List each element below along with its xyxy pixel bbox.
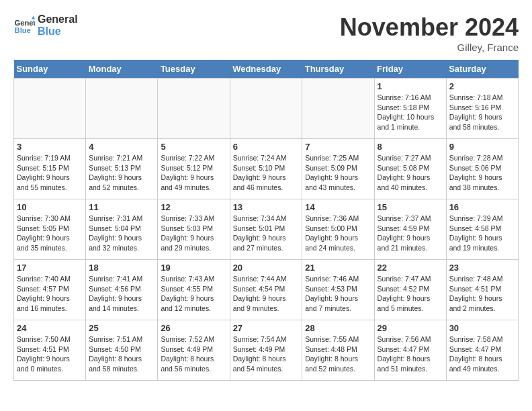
weekday-header-cell: Wednesday	[230, 60, 302, 79]
calendar-day-cell: 16Sunrise: 7:39 AM Sunset: 4:58 PM Dayli…	[446, 199, 518, 260]
day-number: 7	[305, 142, 371, 152]
day-number: 13	[233, 202, 300, 212]
svg-marker-2	[32, 15, 35, 19]
calendar-day-cell: 26Sunrise: 7:52 AM Sunset: 4:49 PM Dayli…	[158, 320, 230, 381]
day-info: Sunrise: 7:27 AM Sunset: 5:08 PM Dayligh…	[378, 153, 443, 193]
calendar-day-cell: 19Sunrise: 7:43 AM Sunset: 4:55 PM Dayli…	[158, 260, 230, 320]
day-info: Sunrise: 7:31 AM Sunset: 5:04 PM Dayligh…	[89, 214, 154, 253]
day-info: Sunrise: 7:24 AM Sunset: 5:10 PM Dayligh…	[233, 153, 300, 193]
location: Gilley, France	[340, 42, 519, 53]
calendar-week-row: 10Sunrise: 7:30 AM Sunset: 5:05 PM Dayli…	[14, 199, 519, 260]
day-info: Sunrise: 7:19 AM Sunset: 5:15 PM Dayligh…	[17, 153, 83, 193]
calendar-day-cell: 9Sunrise: 7:28 AM Sunset: 5:06 PM Daylig…	[446, 139, 518, 199]
day-info: Sunrise: 7:46 AM Sunset: 4:53 PM Dayligh…	[305, 274, 371, 314]
day-number: 5	[161, 142, 226, 152]
day-number: 19	[161, 263, 226, 273]
day-info: Sunrise: 7:56 AM Sunset: 4:47 PM Dayligh…	[378, 334, 443, 374]
day-info: Sunrise: 7:50 AM Sunset: 4:51 PM Dayligh…	[17, 334, 83, 374]
calendar-day-cell	[158, 79, 230, 139]
day-number: 27	[233, 323, 300, 333]
calendar-day-cell: 23Sunrise: 7:48 AM Sunset: 4:51 PM Dayli…	[446, 260, 518, 320]
day-number: 1	[378, 81, 443, 91]
logo-line2: Blue	[38, 26, 78, 38]
day-info: Sunrise: 7:34 AM Sunset: 5:01 PM Dayligh…	[233, 214, 300, 253]
day-info: Sunrise: 7:44 AM Sunset: 4:54 PM Dayligh…	[233, 274, 300, 314]
calendar-day-cell: 7Sunrise: 7:25 AM Sunset: 5:09 PM Daylig…	[302, 139, 374, 199]
calendar-day-cell: 15Sunrise: 7:37 AM Sunset: 4:59 PM Dayli…	[374, 199, 446, 260]
day-info: Sunrise: 7:55 AM Sunset: 4:48 PM Dayligh…	[305, 334, 371, 374]
day-number: 2	[449, 81, 515, 91]
day-info: Sunrise: 7:43 AM Sunset: 4:55 PM Dayligh…	[161, 274, 226, 314]
day-info: Sunrise: 7:48 AM Sunset: 4:51 PM Dayligh…	[449, 274, 515, 314]
calendar-week-row: 17Sunrise: 7:40 AM Sunset: 4:57 PM Dayli…	[14, 260, 519, 320]
day-number: 3	[17, 142, 83, 152]
day-info: Sunrise: 7:25 AM Sunset: 5:09 PM Dayligh…	[305, 153, 371, 193]
calendar-week-row: 1Sunrise: 7:16 AM Sunset: 5:18 PM Daylig…	[14, 79, 519, 139]
day-info: Sunrise: 7:41 AM Sunset: 4:56 PM Dayligh…	[89, 274, 154, 314]
day-info: Sunrise: 7:39 AM Sunset: 4:58 PM Dayligh…	[449, 214, 515, 253]
weekday-header-row: SundayMondayTuesdayWednesdayThursdayFrid…	[14, 60, 519, 79]
calendar-day-cell: 14Sunrise: 7:36 AM Sunset: 5:00 PM Dayli…	[302, 199, 374, 260]
day-info: Sunrise: 7:21 AM Sunset: 5:13 PM Dayligh…	[89, 153, 154, 193]
calendar-day-cell	[302, 79, 374, 139]
calendar-day-cell: 13Sunrise: 7:34 AM Sunset: 5:01 PM Dayli…	[230, 199, 302, 260]
calendar-day-cell: 1Sunrise: 7:16 AM Sunset: 5:18 PM Daylig…	[374, 79, 446, 139]
weekday-header-cell: Friday	[374, 60, 446, 79]
calendar-day-cell: 25Sunrise: 7:51 AM Sunset: 4:50 PM Dayli…	[86, 320, 158, 381]
logo: General Blue General Blue	[13, 13, 78, 37]
calendar-day-cell: 18Sunrise: 7:41 AM Sunset: 4:56 PM Dayli…	[86, 260, 158, 320]
day-info: Sunrise: 7:47 AM Sunset: 4:52 PM Dayligh…	[378, 274, 443, 314]
calendar-day-cell: 5Sunrise: 7:22 AM Sunset: 5:12 PM Daylig…	[158, 139, 230, 199]
month-title: November 2024	[340, 13, 519, 42]
calendar-day-cell: 21Sunrise: 7:46 AM Sunset: 4:53 PM Dayli…	[302, 260, 374, 320]
day-number: 25	[89, 323, 154, 333]
day-number: 18	[89, 263, 154, 273]
day-number: 6	[233, 142, 300, 152]
calendar-table: SundayMondayTuesdayWednesdayThursdayFrid…	[13, 60, 519, 381]
calendar-day-cell: 28Sunrise: 7:55 AM Sunset: 4:48 PM Dayli…	[302, 320, 374, 381]
calendar-day-cell: 8Sunrise: 7:27 AM Sunset: 5:08 PM Daylig…	[374, 139, 446, 199]
calendar-week-row: 24Sunrise: 7:50 AM Sunset: 4:51 PM Dayli…	[14, 320, 519, 381]
calendar-day-cell: 30Sunrise: 7:58 AM Sunset: 4:47 PM Dayli…	[446, 320, 518, 381]
day-info: Sunrise: 7:28 AM Sunset: 5:06 PM Dayligh…	[449, 153, 515, 193]
day-number: 23	[449, 263, 515, 273]
day-number: 21	[305, 263, 371, 273]
day-info: Sunrise: 7:51 AM Sunset: 4:50 PM Dayligh…	[89, 334, 154, 374]
calendar-day-cell: 12Sunrise: 7:33 AM Sunset: 5:03 PM Dayli…	[158, 199, 230, 260]
day-info: Sunrise: 7:52 AM Sunset: 4:49 PM Dayligh…	[161, 334, 226, 374]
day-info: Sunrise: 7:54 AM Sunset: 4:49 PM Dayligh…	[233, 334, 300, 374]
calendar-day-cell: 11Sunrise: 7:31 AM Sunset: 5:04 PM Dayli…	[86, 199, 158, 260]
day-number: 16	[449, 202, 515, 212]
calendar-day-cell	[14, 79, 86, 139]
calendar-day-cell: 27Sunrise: 7:54 AM Sunset: 4:49 PM Dayli…	[230, 320, 302, 381]
day-number: 12	[161, 202, 226, 212]
svg-text:Blue: Blue	[15, 26, 31, 34]
calendar-day-cell: 4Sunrise: 7:21 AM Sunset: 5:13 PM Daylig…	[86, 139, 158, 199]
day-info: Sunrise: 7:40 AM Sunset: 4:57 PM Dayligh…	[17, 274, 83, 314]
weekday-header-cell: Thursday	[302, 60, 374, 79]
weekday-header-cell: Saturday	[446, 60, 518, 79]
day-number: 4	[89, 142, 154, 152]
day-number: 30	[449, 323, 515, 333]
weekday-header-cell: Monday	[86, 60, 158, 79]
calendar-week-row: 3Sunrise: 7:19 AM Sunset: 5:15 PM Daylig…	[14, 139, 519, 199]
calendar-day-cell: 17Sunrise: 7:40 AM Sunset: 4:57 PM Dayli…	[14, 260, 86, 320]
svg-text:General: General	[15, 19, 35, 27]
calendar-body: 1Sunrise: 7:16 AM Sunset: 5:18 PM Daylig…	[14, 79, 519, 381]
calendar-day-cell: 20Sunrise: 7:44 AM Sunset: 4:54 PM Dayli…	[230, 260, 302, 320]
day-info: Sunrise: 7:30 AM Sunset: 5:05 PM Dayligh…	[17, 214, 83, 253]
logo-line1: General	[38, 13, 78, 26]
day-number: 28	[305, 323, 371, 333]
calendar-day-cell: 24Sunrise: 7:50 AM Sunset: 4:51 PM Dayli…	[14, 320, 86, 381]
day-number: 17	[17, 263, 83, 273]
weekday-header-cell: Tuesday	[158, 60, 230, 79]
calendar-day-cell	[230, 79, 302, 139]
day-info: Sunrise: 7:58 AM Sunset: 4:47 PM Dayligh…	[449, 334, 515, 374]
day-info: Sunrise: 7:22 AM Sunset: 5:12 PM Dayligh…	[161, 153, 226, 193]
day-info: Sunrise: 7:37 AM Sunset: 4:59 PM Dayligh…	[378, 214, 443, 253]
calendar-day-cell	[86, 79, 158, 139]
day-info: Sunrise: 7:18 AM Sunset: 5:16 PM Dayligh…	[449, 93, 515, 132]
day-info: Sunrise: 7:33 AM Sunset: 5:03 PM Dayligh…	[161, 214, 226, 253]
day-number: 11	[89, 202, 154, 212]
weekday-header-cell: Sunday	[14, 60, 86, 79]
